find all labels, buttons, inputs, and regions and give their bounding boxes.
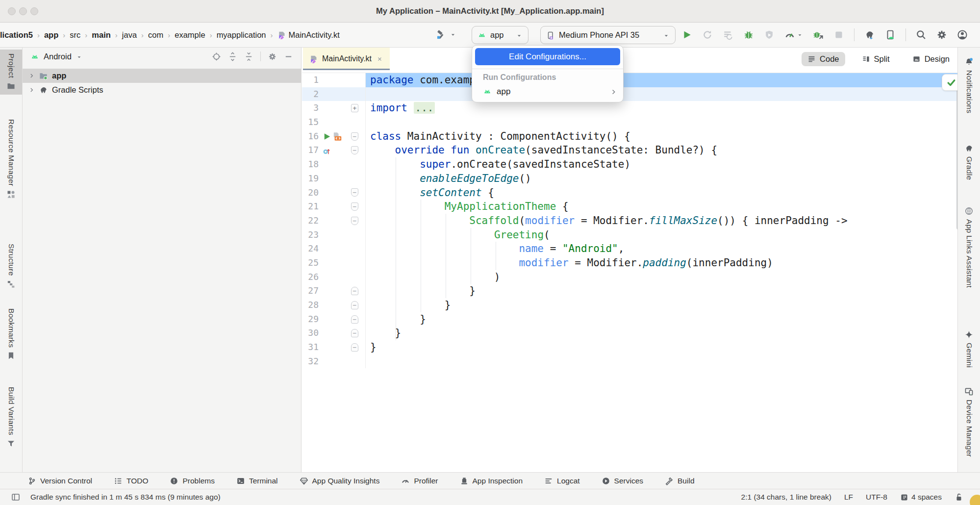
debug-button[interactable] xyxy=(743,29,754,40)
attach-debugger-button[interactable] xyxy=(813,29,824,40)
tool-stripe-structure[interactable]: Structure xyxy=(0,240,22,293)
code-line-21[interactable]: 21− MyApplicationTheme { xyxy=(302,200,962,214)
window-close-button[interactable] xyxy=(8,7,16,15)
code-area[interactable]: 1package com.example.myapplication23+imp… xyxy=(302,73,962,472)
hammer-icon[interactable] xyxy=(435,29,446,40)
code-line-22[interactable]: 22− Scaffold(modifier = Modifier.fillMax… xyxy=(302,214,962,228)
tool-stripe-gemini[interactable]: Gemini xyxy=(958,326,980,372)
fold-marker[interactable]: − xyxy=(351,343,358,352)
account-button[interactable] xyxy=(957,29,968,40)
code-line-16[interactable]: 16−class MainActivity : ComponentActivit… xyxy=(302,129,962,144)
breadcrumb-item-mainactivity-kt[interactable]: MainActivity.kt xyxy=(277,30,340,40)
tool-stripe-build-variants[interactable]: Build Variants xyxy=(0,383,22,452)
tool-window-button-todo[interactable]: TODO xyxy=(114,477,149,485)
code-line-30[interactable]: 30− } xyxy=(302,326,962,340)
fold-marker[interactable]: − xyxy=(351,217,358,225)
tool-stripe-app-links-assistant[interactable]: App Links Assistant xyxy=(958,202,980,292)
fold-marker[interactable]: − xyxy=(351,132,358,141)
fold-marker[interactable]: − xyxy=(351,188,358,197)
compose-mark-gutter[interactable] xyxy=(332,129,342,144)
code-line-20[interactable]: 20− setContent { xyxy=(302,186,962,200)
breadcrumb-item-example[interactable]: example xyxy=(175,30,205,40)
close-icon[interactable] xyxy=(376,54,383,63)
code-line-2[interactable]: 2 xyxy=(302,87,962,101)
tool-window-button-build[interactable]: Build xyxy=(665,477,694,485)
collapse-all-button[interactable] xyxy=(244,51,253,61)
code-line-23[interactable]: 23 Greeting( xyxy=(302,228,962,242)
fold-marker[interactable]: − xyxy=(351,146,358,154)
breadcrumb-item-com[interactable]: com xyxy=(148,30,163,40)
code-line-32[interactable]: 32 xyxy=(302,354,962,369)
run-configuration-selector[interactable]: app xyxy=(472,26,528,44)
breadcrumb-item-src[interactable]: src xyxy=(70,30,80,40)
tool-window-button-profiler[interactable]: Profiler xyxy=(401,477,438,485)
device-selector[interactable]: Medium Phone API 35 xyxy=(540,26,676,44)
code-line-18[interactable]: 18 super.onCreate(savedInstanceState) xyxy=(302,157,962,172)
tool-stripe-notifications[interactable]: Notifications xyxy=(958,53,980,117)
code-line-29[interactable]: 29− } xyxy=(302,312,962,327)
tool-window-button-version-control[interactable]: Version Control xyxy=(27,477,92,485)
view-mode-code[interactable]: Code xyxy=(802,52,845,66)
code-line-31[interactable]: 31−} xyxy=(302,340,962,354)
encoding-widget[interactable]: UTF-8 xyxy=(866,493,887,502)
chevron-down-icon[interactable] xyxy=(450,31,456,38)
fold-marker[interactable]: − xyxy=(351,315,358,324)
tool-window-button-problems[interactable]: Problems xyxy=(170,477,214,485)
tool-window-button-terminal[interactable]: Terminal xyxy=(236,477,278,485)
window-zoom-button[interactable] xyxy=(30,7,38,15)
code-line-3[interactable]: 3+import ... xyxy=(302,101,962,115)
code-line-19[interactable]: 19 enableEdgeToEdge() xyxy=(302,172,962,186)
code-line-24[interactable]: 24 name = "Android", xyxy=(302,242,962,256)
line-ending-widget[interactable]: LF xyxy=(844,493,853,502)
editor-tab-mainactivity[interactable]: MainActivity.kt xyxy=(303,48,390,70)
run-mark-gutter[interactable] xyxy=(322,129,331,144)
code-line-25[interactable]: 25 modifier = Modifier.padding(innerPadd… xyxy=(302,256,962,270)
caret-position-widget[interactable]: 2:1 (34 chars, 1 line break) xyxy=(741,493,831,502)
apply-code-changes-button[interactable] xyxy=(723,29,733,40)
tool-stripe-resource-manager[interactable]: Resource Manager xyxy=(0,115,22,203)
tool-window-button-app-inspection[interactable]: App Inspection xyxy=(460,477,523,485)
lock-open-icon[interactable] xyxy=(955,493,963,502)
breadcrumb-item-lication5[interactable]: lication5 xyxy=(0,30,33,40)
settings-gear-button[interactable] xyxy=(268,51,277,61)
fold-marker[interactable]: − xyxy=(351,329,358,337)
tool-window-button-logcat[interactable]: Logcat xyxy=(544,477,580,485)
close-x-icon[interactable] xyxy=(376,55,383,63)
menu-item-edit-configurations[interactable]: Edit Configurations... xyxy=(475,48,620,65)
breadcrumb-item-java[interactable]: java xyxy=(122,30,137,40)
rerun-button[interactable] xyxy=(702,29,713,40)
build-widget[interactable] xyxy=(435,23,456,47)
fold-marker[interactable]: + xyxy=(351,104,358,112)
tool-window-button-app-quality-insights[interactable]: App Quality Insights xyxy=(300,477,380,485)
breadcrumb-item-app[interactable]: app xyxy=(44,30,58,40)
code-line-17[interactable]: 17− override fun onCreate(savedInstanceS… xyxy=(302,143,962,157)
search-everywhere-button[interactable] xyxy=(916,29,927,40)
run-button[interactable] xyxy=(681,29,692,40)
tool-window-button-services[interactable]: Services xyxy=(602,477,643,485)
stop-button[interactable] xyxy=(833,29,844,40)
indent-widget[interactable]: 4 spaces xyxy=(900,493,942,502)
tool-stripe-project[interactable]: Project xyxy=(0,50,22,95)
tool-stripe-device-manager[interactable]: Device Manager xyxy=(958,383,980,461)
view-mode-split[interactable]: Split xyxy=(856,52,896,66)
project-view-selector[interactable]: Android xyxy=(23,48,301,65)
tree-item-app[interactable]: app xyxy=(23,69,301,83)
fold-marker[interactable]: − xyxy=(351,301,358,309)
tool-stripe-bookmarks[interactable]: Bookmarks xyxy=(0,304,22,364)
tool-stripe-gradle[interactable]: Gradle xyxy=(958,140,980,184)
chevron-right-icon[interactable] xyxy=(28,73,35,79)
editor[interactable]: MainActivity.kt CodeSplitDesign 1package… xyxy=(302,48,962,472)
expand-all-button[interactable] xyxy=(228,51,237,61)
fold-marker[interactable]: − xyxy=(351,202,358,211)
view-mode-design[interactable]: Design xyxy=(906,52,955,66)
profiler-button[interactable] xyxy=(784,29,803,40)
tree-item-gradle-scripts[interactable]: Gradle Scripts xyxy=(23,83,301,97)
run-with-coverage-button[interactable] xyxy=(764,29,775,40)
sync-gradle-button[interactable] xyxy=(864,29,875,40)
device-manager-button[interactable] xyxy=(885,29,896,40)
breadcrumb-item-main[interactable]: main xyxy=(92,30,111,40)
chevron-right-icon[interactable] xyxy=(28,87,35,93)
settings-button[interactable] xyxy=(936,29,947,40)
window-minimize-button[interactable] xyxy=(19,7,27,15)
code-line-26[interactable]: 26 ) xyxy=(302,270,962,284)
